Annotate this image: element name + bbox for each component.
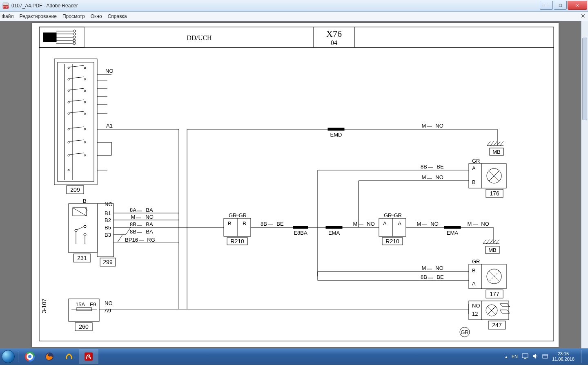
lbl-a-177: A	[472, 280, 476, 287]
svg-line-63	[73, 208, 87, 216]
lbl-a-176: A	[472, 165, 476, 171]
lbl-no-1: NO	[105, 68, 114, 74]
svg-line-25	[69, 65, 84, 67]
svg-rect-90	[328, 128, 344, 130]
menu-file[interactable]: Файл	[2, 13, 14, 19]
svg-point-44	[68, 155, 69, 156]
show-desktop-button[interactable]	[581, 350, 585, 363]
scrollbar-thumb[interactable]	[582, 38, 587, 120]
lbl-8b4: 8B	[421, 164, 427, 170]
svg-line-67	[77, 227, 84, 230]
svg-rect-107	[293, 226, 308, 229]
tray-icon[interactable]	[542, 353, 548, 360]
taskbar: ▴ EN 23:15 11.06.2018	[0, 348, 588, 365]
lbl-gr2: GR	[239, 212, 247, 218]
lbl-m5: M	[417, 221, 421, 227]
svg-line-98	[500, 141, 503, 146]
svg-rect-171	[543, 355, 548, 358]
close-button[interactable]: ✕	[568, 1, 587, 10]
lbl-no-2: NO	[105, 201, 113, 207]
svg-text:PDF: PDF	[3, 6, 9, 9]
lbl-ba1: BA	[146, 207, 153, 213]
lbl-no-11: NO	[472, 303, 480, 309]
lbl-8b3: 8B	[261, 221, 267, 227]
svg-line-34	[69, 100, 84, 101]
menu-edit[interactable]: Редактирование	[20, 13, 57, 19]
lbl-b2: B2	[105, 217, 111, 223]
pdf-page: DD/UCH X76 04 3-107	[32, 23, 559, 347]
svg-point-47	[68, 169, 69, 171]
tray-date: 11.06.2018	[552, 357, 575, 362]
lbl-m3: M	[422, 174, 426, 180]
lbl-b3: B3	[105, 232, 111, 238]
svg-rect-170	[524, 358, 526, 359]
block-247: 247	[492, 322, 502, 328]
page-number: 3-107	[41, 298, 47, 313]
svg-line-138	[490, 240, 493, 244]
block-176: 176	[490, 190, 499, 197]
tray-clock[interactable]: 23:15 11.06.2018	[552, 351, 575, 362]
lbl-8a: 8A	[130, 207, 136, 213]
lbl-no-9: NO	[481, 221, 489, 227]
svg-rect-131	[444, 226, 461, 229]
lbl-b1: B1	[105, 210, 111, 216]
hdr-model: X76	[326, 29, 342, 39]
lbl-b-r210l: B	[228, 220, 232, 227]
block-177: 177	[490, 291, 499, 297]
block-r210a: R210	[230, 238, 244, 245]
svg-line-37	[69, 111, 84, 113]
lbl-b5: B5	[105, 224, 111, 231]
svg-point-29	[68, 90, 69, 92]
taskbar-firefox[interactable]	[40, 349, 59, 364]
start-button[interactable]	[0, 348, 16, 365]
svg-point-166	[28, 355, 31, 358]
svg-point-11	[73, 36, 76, 38]
svg-line-136	[483, 240, 486, 244]
svg-rect-122	[326, 226, 342, 229]
menu-help[interactable]: Справка	[108, 13, 127, 19]
tray-volume-icon[interactable]	[532, 353, 538, 360]
lbl-fuse-15a: 15A	[76, 301, 85, 307]
system-tray: ▴ EN 23:15 11.06.2018	[505, 350, 588, 363]
menu-view[interactable]: Просмотр	[62, 13, 85, 19]
maximize-button[interactable]: ☐	[554, 1, 567, 10]
lbl-be3: BE	[437, 274, 444, 280]
block-mb1: MB	[492, 149, 501, 155]
svg-point-36	[84, 113, 86, 114]
taskbar-app[interactable]	[59, 349, 79, 364]
tray-chevron-icon[interactable]: ▴	[505, 354, 508, 359]
hdr-model-sub: 04	[331, 39, 337, 46]
svg-point-15	[73, 42, 76, 45]
svg-point-23	[68, 67, 69, 69]
block-299: 299	[103, 259, 113, 265]
svg-point-39	[84, 128, 86, 130]
lbl-ba2: BA	[146, 221, 153, 227]
tray-lang[interactable]: EN	[512, 354, 518, 359]
vertical-scrollbar[interactable]	[581, 21, 588, 348]
svg-rect-169	[522, 354, 528, 358]
lbl-no-7: NO	[367, 221, 375, 227]
lbl-b-176: B	[472, 179, 476, 185]
tray-time: 23:15	[552, 351, 575, 357]
taskbar-adobe-reader[interactable]	[79, 349, 98, 364]
titlebar: PDF 0107_A4.PDF - Adobe Reader — ☐ ✕	[0, 0, 588, 12]
svg-line-137	[486, 240, 490, 244]
lbl-b-177: B	[472, 267, 476, 274]
svg-point-9	[73, 33, 76, 35]
tray-network-icon[interactable]	[522, 353, 528, 360]
menu-window[interactable]: Окно	[91, 13, 102, 19]
lbl-ema2: EMA	[447, 230, 459, 236]
svg-point-45	[84, 155, 86, 156]
lbl-a9: A9	[105, 307, 111, 314]
svg-line-46	[69, 153, 84, 155]
minimize-button[interactable]: —	[540, 1, 553, 10]
svg-line-94	[487, 141, 490, 146]
lbl-a-r210r2: A	[398, 220, 401, 227]
doc-close-icon[interactable]: ✕	[581, 13, 586, 19]
lbl-m6: M	[468, 221, 472, 227]
svg-line-31	[69, 88, 84, 90]
svg-point-27	[84, 79, 86, 80]
lbl-ba3: BA	[146, 229, 153, 235]
svg-point-24	[84, 67, 86, 69]
taskbar-chrome[interactable]	[20, 349, 40, 364]
